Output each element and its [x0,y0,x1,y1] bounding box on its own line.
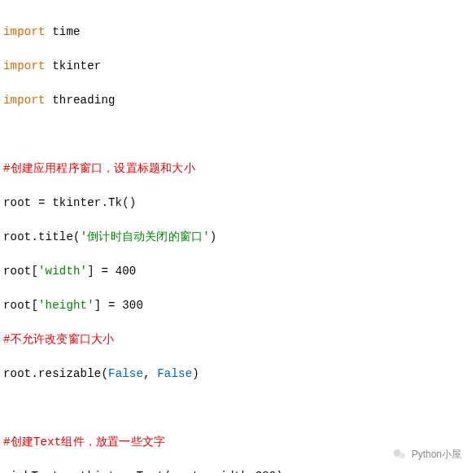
module-name: tkinter [52,59,101,72]
parens: ) [192,367,199,380]
keyword-import: import [3,59,46,72]
svg-point-1 [399,453,405,459]
wechat-icon [392,447,407,462]
code-line: root.title('倒计时自动关闭的窗口') [3,229,473,246]
blank-line [3,400,473,417]
comment: #不允许改变窗口大小 [3,331,473,348]
code-text: ] = 300 [94,299,143,312]
keyword-import: import [3,25,46,38]
code-line: richText = tkinter.Text(root, width=380) [3,468,473,473]
code-text: root[ [3,299,38,312]
module-name: time [52,25,80,38]
code-text: root.resizable( [3,367,108,380]
parens: ) [210,230,217,243]
code-line: import time [3,24,473,41]
watermark: Python小屋 [392,447,461,462]
code-text: root[ [3,265,38,278]
code-block: import time import tkinter import thread… [0,0,476,473]
string-literal: 'height' [38,299,94,312]
comma: , [143,367,157,380]
module-name: threading [52,94,115,107]
blank-line [3,126,473,143]
string-literal: 'width' [38,265,87,278]
keyword-import: import [3,94,46,107]
code-line: import tkinter [3,58,473,75]
code-line: root['width'] = 400 [3,263,473,280]
code-text: root = tkinter.Tk [3,196,122,209]
string-literal: '倒计时自动关闭的窗口' [81,230,210,243]
code-text: root.title( [3,230,81,243]
parens: () [122,196,136,209]
keyword-false: False [157,367,192,380]
watermark-text: Python小屋 [412,447,461,462]
code-line: root = tkinter.Tk() [3,195,473,212]
code-line: root.resizable(False, False) [3,366,473,383]
code-text: ] = 400 [87,265,136,278]
code-line: import threading [3,92,473,109]
keyword-false: False [108,367,143,380]
comment: #创建应用程序窗口，设置标题和大小 [3,160,473,177]
code-line: root['height'] = 300 [3,297,473,314]
